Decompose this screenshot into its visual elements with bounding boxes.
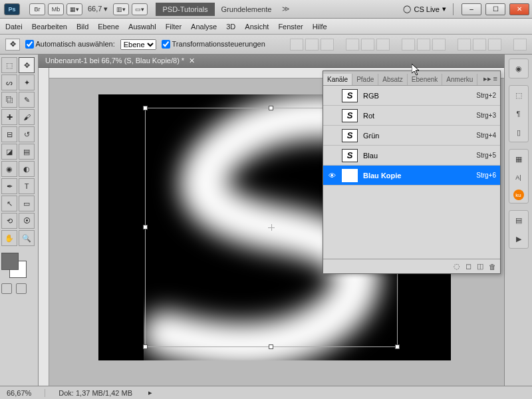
dodge-tool[interactable]: ◐ bbox=[19, 161, 35, 177]
menu-ansicht[interactable]: Ansicht bbox=[245, 23, 269, 31]
panel-tab-ebenenk[interactable]: Ebenenk bbox=[408, 74, 442, 85]
workspace-more-icon[interactable]: ≫ bbox=[282, 5, 290, 13]
type-tool[interactable]: T bbox=[19, 178, 35, 194]
status-dropdown-icon[interactable]: ▸ bbox=[148, 388, 152, 397]
minimize-button[interactable]: – bbox=[462, 3, 481, 15]
menu-hilfe[interactable]: Hilfe bbox=[313, 23, 327, 31]
layers-panel-icon[interactable]: ▦ bbox=[512, 152, 525, 166]
menu-ebene[interactable]: Ebene bbox=[98, 23, 119, 31]
panel-tab-anmerku[interactable]: Anmerku bbox=[442, 74, 477, 85]
stamp-tool[interactable]: ⊟ bbox=[1, 126, 17, 142]
close-button[interactable]: ✕ bbox=[509, 3, 529, 15]
menu-auswahl[interactable]: Auswahl bbox=[128, 23, 156, 31]
delete-channel-icon[interactable]: 🗑 bbox=[489, 263, 496, 271]
align-right-icon[interactable] bbox=[376, 39, 390, 51]
character-panel-icon[interactable]: A| bbox=[512, 171, 525, 184]
panel-tab-absatz[interactable]: Absatz bbox=[378, 74, 408, 85]
screenmode-button[interactable]: ▭▾ bbox=[132, 3, 148, 15]
visibility-toggle[interactable]: 👁 bbox=[327, 172, 336, 180]
menubar: Datei Bearbeiten Bild Ebene Auswahl Filt… bbox=[0, 19, 532, 35]
path-tool[interactable]: ↖ bbox=[1, 196, 17, 211]
panel-more-icon[interactable]: ▸▸ ≡ bbox=[481, 72, 500, 85]
dist-left-icon[interactable] bbox=[458, 39, 471, 51]
wand-tool[interactable]: ✦ bbox=[19, 74, 35, 90]
workspace-tab-grund[interactable]: Grundelemente bbox=[215, 3, 279, 16]
workspace-tab-psd[interactable]: PSD-Tutorials bbox=[156, 3, 214, 16]
color-panel-icon[interactable]: ◉ bbox=[512, 62, 525, 75]
ps-logo[interactable]: Ps bbox=[4, 3, 20, 15]
eyedropper-tool[interactable]: ✎ bbox=[19, 92, 35, 108]
menu-fenster[interactable]: Fenster bbox=[278, 23, 303, 31]
transform-controls-checkbox[interactable]: Transformationssteuerungen bbox=[162, 40, 265, 49]
dist-right-icon[interactable] bbox=[488, 39, 501, 51]
lasso-tool[interactable]: ᔕ bbox=[1, 74, 17, 90]
marquee-tool[interactable]: ⬚ bbox=[1, 57, 17, 73]
dist-top-icon[interactable] bbox=[402, 39, 415, 51]
menu-bearbeiten[interactable]: Bearbeiten bbox=[32, 23, 67, 31]
dist-bottom-icon[interactable] bbox=[432, 39, 446, 51]
channel-row-rot[interactable]: SRotStrg+3 bbox=[323, 106, 500, 126]
new-channel-icon[interactable]: ◫ bbox=[477, 262, 483, 271]
gradient-tool[interactable]: ▤ bbox=[19, 144, 35, 160]
channel-row-rgb[interactable]: SRGBStrg+2 bbox=[323, 86, 500, 106]
eraser-tool[interactable]: ◪ bbox=[1, 144, 17, 160]
swatches-panel-icon[interactable]: ⬚ bbox=[512, 88, 525, 102]
move-tool[interactable]: ✥ bbox=[19, 57, 35, 73]
kuler-panel-icon[interactable]: ku bbox=[513, 190, 524, 200]
align-vcenter-icon[interactable] bbox=[305, 39, 319, 51]
status-doc[interactable]: Dok: 1,37 MB/1,42 MB bbox=[59, 389, 132, 397]
menu-filter[interactable]: Filter bbox=[166, 23, 182, 31]
panel-tab-kanaele[interactable]: Kanäle bbox=[323, 74, 352, 85]
menu-bild[interactable]: Bild bbox=[76, 23, 88, 31]
auto-select-checkbox[interactable]: Automatisch auswählen: bbox=[25, 40, 115, 49]
document-tab[interactable]: Unbenannt-1 bei 66,7% (S, Blau Kopie/8) … bbox=[39, 55, 504, 68]
3d-tool[interactable]: ⟲ bbox=[1, 213, 17, 229]
menu-3d[interactable]: 3D bbox=[226, 23, 235, 31]
3d-camera-tool[interactable]: ⦿ bbox=[19, 213, 35, 229]
panel-tab-pfade[interactable]: Pfade bbox=[352, 74, 378, 85]
history-brush-tool[interactable]: ↺ bbox=[19, 126, 35, 142]
align-left-icon[interactable] bbox=[346, 39, 359, 51]
auto-align-icon[interactable] bbox=[513, 39, 527, 51]
layout-dropdown[interactable]: ▦▾ bbox=[66, 3, 82, 15]
viewmode-button[interactable]: ▥▾ bbox=[113, 3, 129, 15]
channel-row-gruen[interactable]: SGrünStrg+4 bbox=[323, 126, 500, 146]
channels-panel: Kanäle Pfade Absatz Ebenenk Anmerku ▸▸ ≡… bbox=[323, 70, 501, 274]
save-selection-icon[interactable]: ◻ bbox=[466, 262, 471, 271]
color-swatch[interactable] bbox=[1, 253, 27, 278]
styles-panel-icon[interactable]: ▯ bbox=[512, 126, 525, 139]
align-top-icon[interactable] bbox=[290, 39, 303, 51]
crop-tool[interactable]: ⿻ bbox=[1, 92, 17, 108]
auto-select-dropdown[interactable]: Ebene bbox=[120, 39, 156, 50]
brush-tool[interactable]: 🖌 bbox=[19, 109, 35, 125]
bridge-button[interactable]: Br bbox=[29, 3, 45, 15]
hand-tool[interactable]: ✋ bbox=[1, 230, 17, 246]
status-bar: 66,67% Dok: 1,37 MB/1,42 MB ▸ bbox=[0, 386, 532, 399]
shape-tool[interactable]: ▭ bbox=[19, 196, 35, 211]
paragraph-panel-icon[interactable]: ¶ bbox=[512, 107, 525, 120]
menu-analyse[interactable]: Analyse bbox=[191, 23, 217, 31]
zoom-tool[interactable]: 🔍 bbox=[19, 230, 35, 246]
load-selection-icon[interactable]: ◌ bbox=[454, 262, 460, 271]
align-bottom-icon[interactable] bbox=[321, 39, 334, 51]
quickmask-modes[interactable] bbox=[1, 283, 27, 294]
channel-row-blau[interactable]: SBlauStrg+5 bbox=[323, 146, 500, 166]
dist-vcenter-icon[interactable] bbox=[417, 39, 430, 51]
history-panel-icon[interactable]: ▤ bbox=[512, 213, 525, 227]
status-zoom[interactable]: 66,67% bbox=[7, 389, 45, 397]
align-buttons bbox=[290, 39, 527, 51]
minibridge-button[interactable]: Mb bbox=[48, 3, 64, 15]
cslive-label[interactable]: CS Live bbox=[414, 5, 440, 13]
actions-panel-icon[interactable]: ▶ bbox=[512, 232, 525, 245]
pen-tool[interactable]: ✒ bbox=[1, 178, 17, 194]
cslive-dropdown-icon[interactable]: ▾ bbox=[442, 5, 446, 13]
move-tool-icon[interactable]: ✥ bbox=[5, 39, 20, 51]
align-hcenter-icon[interactable] bbox=[361, 39, 374, 51]
heal-tool[interactable]: ✚ bbox=[1, 109, 17, 125]
channel-row-blau-kopie[interactable]: 👁SBlau KopieStrg+6 bbox=[323, 166, 500, 186]
dist-hcenter-icon[interactable] bbox=[473, 39, 486, 51]
transform-center-icon[interactable] bbox=[268, 224, 275, 231]
blur-tool[interactable]: ◉ bbox=[1, 161, 17, 177]
menu-datei[interactable]: Datei bbox=[5, 23, 23, 31]
maximize-button[interactable]: ☐ bbox=[485, 3, 505, 15]
